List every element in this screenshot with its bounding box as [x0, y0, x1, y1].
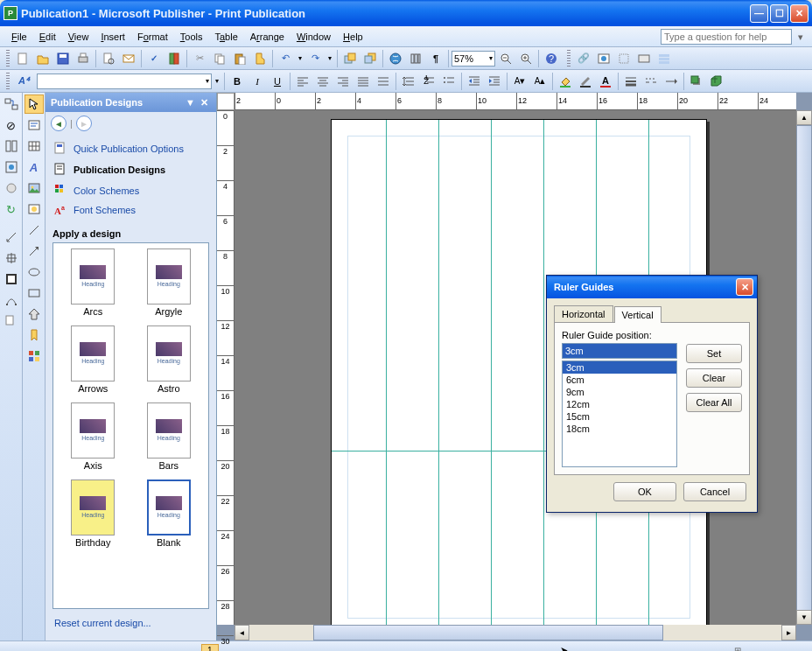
position-option[interactable]: 12cm	[563, 398, 676, 410]
print-preview-button[interactable]	[99, 49, 118, 68]
cancel-button[interactable]: Cancel	[683, 482, 746, 501]
clear-button[interactable]: Clear	[686, 368, 742, 388]
close-button[interactable]: ✕	[790, 4, 808, 23]
picture-tool[interactable]	[24, 178, 44, 198]
set-button[interactable]: Set	[686, 344, 742, 363]
position-option[interactable]: 18cm	[563, 423, 676, 435]
design-item-axis[interactable]: HeadingAxis	[59, 402, 128, 471]
horizontal-ruler[interactable]: 2024681012141618202224	[234, 93, 796, 110]
menu-format[interactable]: Format	[131, 30, 174, 44]
special-chars-button[interactable]: ¶	[426, 49, 445, 68]
dialog-close-button[interactable]: ✕	[736, 278, 753, 296]
align-center-button[interactable]	[313, 72, 332, 91]
reset-design-link[interactable]: Reset current design...	[54, 618, 151, 628]
publication-designs-link[interactable]: Publication Designs	[52, 159, 209, 180]
table-tool[interactable]	[24, 136, 44, 156]
design-item-arcs[interactable]: HeadingArcs	[59, 248, 128, 317]
taskpane-forward-button[interactable]: ►	[76, 116, 92, 131]
design-item-birthday[interactable]: HeadingBirthday	[59, 480, 128, 548]
position-option[interactable]: 3cm	[563, 361, 676, 374]
menu-window[interactable]: Window	[290, 30, 337, 44]
tab-horizontal[interactable]: Horizontal	[554, 305, 613, 322]
menu-edit[interactable]: Edit	[33, 30, 62, 44]
wordart-tool[interactable]: A	[24, 158, 44, 177]
taskpane-back-button[interactable]: ◄	[51, 116, 66, 131]
hyperlink-button[interactable]: 🔗	[574, 49, 593, 68]
toolbar-grip[interactable]	[6, 50, 10, 67]
font-schemes-link[interactable]: AaFont Schemes	[52, 201, 209, 220]
font-combo[interactable]	[37, 74, 212, 89]
rotate-button[interactable]: ↻	[2, 200, 21, 219]
print-button[interactable]	[74, 49, 93, 68]
open-button[interactable]	[33, 49, 52, 68]
bring-forward-button[interactable]	[340, 49, 360, 68]
taskpane-close-button[interactable]: ✕	[198, 97, 211, 108]
design-item-arrows[interactable]: HeadingArrows	[59, 326, 128, 394]
line-tool[interactable]	[24, 220, 44, 240]
web-toolbar-button[interactable]	[594, 49, 613, 68]
web-preview-button[interactable]	[386, 49, 405, 68]
justify-button[interactable]	[354, 72, 373, 91]
dash-style-button[interactable]	[641, 72, 661, 91]
horizontal-scrollbar[interactable]: ◄ ►	[234, 625, 796, 640]
menu-view[interactable]: View	[62, 30, 95, 44]
columns-button-2[interactable]	[2, 136, 21, 156]
help-search-input[interactable]	[661, 29, 792, 45]
color-schemes-link[interactable]: Color Schemes	[52, 180, 209, 201]
design-item-argyle[interactable]: HeadingArgyle	[135, 248, 204, 317]
page-indicator[interactable]: 1	[201, 644, 219, 651]
design-gallery[interactable]: HeadingArcsHeadingArgyleHeadingArrowsHea…	[52, 242, 209, 609]
select-tool[interactable]	[24, 94, 44, 114]
menu-file[interactable]: File	[5, 30, 33, 44]
fmt-grip[interactable]	[6, 73, 10, 90]
zoom-in-button[interactable]	[516, 49, 536, 68]
cut-button[interactable]: ✂	[190, 49, 209, 68]
wrap-text-button[interactable]	[2, 178, 21, 198]
toolbar-grip-2[interactable]	[567, 50, 570, 67]
line-color-button[interactable]	[576, 72, 595, 91]
zoom-combo[interactable]: 57%	[452, 51, 495, 66]
align-right-button[interactable]	[333, 72, 353, 91]
hotspot-button[interactable]	[614, 49, 634, 68]
position-listbox[interactable]: 3cm6cm9cm12cm15cm18cm	[562, 360, 677, 467]
autoshapes-tool[interactable]	[24, 304, 44, 324]
help-dropdown-icon[interactable]: ▾	[794, 32, 807, 42]
font-color-button[interactable]: A	[596, 72, 615, 91]
position-option[interactable]: 9cm	[563, 386, 676, 398]
email-button[interactable]	[119, 49, 138, 68]
undo-button[interactable]: ↶	[276, 49, 295, 68]
align-left-button[interactable]	[293, 72, 312, 91]
underline-button[interactable]: U	[268, 72, 287, 91]
numbering-button[interactable]: 12	[419, 72, 438, 91]
clipart-tool[interactable]	[24, 200, 44, 219]
design-gallery-tool[interactable]	[24, 346, 44, 366]
copy-button[interactable]	[210, 49, 229, 68]
bullets-button[interactable]	[439, 72, 458, 91]
research-button[interactable]	[164, 49, 184, 68]
save-button[interactable]	[53, 49, 73, 68]
align-objects-button[interactable]	[2, 270, 21, 289]
vertical-ruler[interactable]: 024681012141618202224262830	[217, 110, 234, 625]
paste-button[interactable]	[230, 49, 249, 68]
menu-help[interactable]: Help	[337, 30, 369, 44]
vscroll-thumb[interactable]	[796, 125, 812, 624]
clear-all-button[interactable]: Clear All	[686, 393, 742, 412]
format-painter-button[interactable]	[250, 49, 270, 68]
taskpane-dropdown-icon[interactable]: ▼	[183, 97, 198, 108]
menu-table[interactable]: Table	[208, 30, 243, 44]
measurement-button[interactable]	[2, 228, 21, 247]
styles-button[interactable]: A⁴	[13, 72, 34, 91]
form-button[interactable]	[634, 49, 654, 68]
menu-tools[interactable]: Tools	[174, 30, 209, 44]
line-style-button[interactable]	[621, 72, 640, 91]
redo-button[interactable]: ↷	[305, 49, 325, 68]
quick-options-link[interactable]: Quick Publication Options	[52, 138, 209, 159]
copy-format-button[interactable]	[2, 312, 21, 331]
undo-dropdown[interactable]: ▾	[296, 49, 304, 68]
text-fit-button[interactable]	[2, 158, 21, 177]
shadow-button[interactable]	[687, 72, 706, 91]
font-size-combo[interactable]: ▾	[213, 72, 221, 91]
position-option[interactable]: 6cm	[563, 374, 676, 386]
bookmark-tool[interactable]	[24, 326, 44, 345]
increase-indent-button[interactable]	[485, 72, 504, 91]
